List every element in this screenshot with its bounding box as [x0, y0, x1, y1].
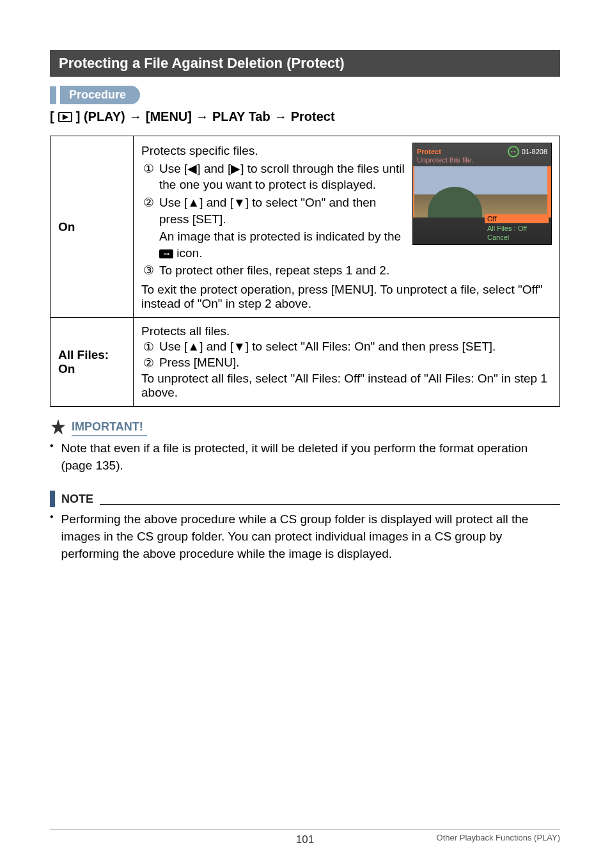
list-item: Performing the above procedure while a C… — [50, 511, 560, 562]
mini-menu-item: All Files : Off — [485, 224, 549, 233]
row0-intro: Protects specific files. — [141, 143, 406, 159]
note-list: Performing the above procedure while a C… — [50, 511, 560, 562]
row1-outro: To unprotect all files, select "All File… — [141, 372, 552, 400]
step: ③ To protect other files, repeat steps 1… — [141, 262, 406, 279]
row0-outro: To exit the protect operation, press [ME… — [141, 283, 552, 311]
mini-right-arrow — [547, 166, 551, 217]
step-text: To protect other files, repeat steps 1 a… — [159, 262, 406, 279]
important-label: IMPORTANT! — [72, 420, 147, 436]
mini-counter: 01-8208 — [522, 148, 547, 155]
protect-lock-icon: ⊶ — [159, 249, 173, 258]
section-header: Protecting a File Against Deletion (Prot… — [50, 50, 560, 77]
note-underline — [100, 504, 560, 505]
step-num — [141, 228, 155, 261]
mini-preview — [414, 166, 550, 217]
step-num: ① — [141, 161, 155, 193]
list-item: Note that even if a file is protected, i… — [50, 440, 560, 474]
table-row: On Protects specific files. ① Use [◀] an… — [51, 136, 560, 318]
important-list: Note that even if a file is protected, i… — [50, 440, 560, 474]
star-icon — [50, 420, 66, 436]
step: ① Use [◀] and [▶] to scroll through the … — [141, 161, 406, 193]
step-num: ② — [141, 194, 155, 227]
mini-menu-item: Off — [485, 214, 549, 223]
step: ② Use [▲] and [▼] to select "On" and the… — [141, 194, 406, 227]
options-table: On Protects specific files. ① Use [◀] an… — [50, 136, 560, 407]
mini-title: Protect — [417, 148, 441, 155]
note-marker — [50, 491, 55, 507]
mini-lock-icon: ⊶ — [508, 146, 519, 157]
step-text: Press [MENU]. — [159, 356, 552, 370]
step: ② Press [MENU]. — [141, 356, 552, 370]
arrow-icon: → — [274, 109, 287, 124]
breadcrumb: [ ▶ ] (PLAY) → [MENU] → PLAY Tab → Prote… — [50, 109, 560, 124]
svg-marker-0 — [52, 420, 65, 434]
section-title: Protecting a File Against Deletion (Prot… — [59, 55, 345, 71]
play-icon: ▶ — [58, 112, 72, 122]
step-text: Use [▲] and [▼] to select "All Files: On… — [159, 340, 552, 354]
note-label: NOTE — [61, 493, 93, 507]
note-text: Performing the above procedure while a C… — [61, 511, 560, 562]
row-content-all: Protects all files. ① Use [▲] and [▼] to… — [134, 318, 560, 407]
step: ① Use [▲] and [▼] to select "All Files: … — [141, 340, 552, 354]
step-text: Use [◀] and [▶] to scroll through the fi… — [159, 161, 406, 193]
row-label-on: On — [51, 136, 134, 318]
play-label: ] (PLAY) — [76, 109, 125, 124]
step-num: ③ — [141, 262, 155, 279]
tab-label: PLAY Tab — [212, 109, 270, 124]
procedure-pill: Procedure — [60, 86, 140, 104]
arrow-icon: → — [196, 109, 208, 124]
mini-menu-item: Cancel — [485, 233, 549, 242]
row-label-all: All Files: On — [51, 318, 134, 407]
mini-menu: Off All Files : Off Cancel — [485, 214, 549, 242]
step-num: ① — [141, 340, 155, 354]
protect-label: Protect — [291, 109, 335, 124]
important-text: Note that even if a file is protected, i… — [61, 440, 560, 474]
footer-section: Other Playback Functions (PLAY) — [437, 833, 560, 842]
bracket-open: [ — [50, 109, 54, 124]
step-text: Use [▲] and [▼] to select "On" and then … — [159, 194, 406, 227]
mini-subtitle: Unprotect this file. — [417, 156, 473, 164]
menu-label: [MENU] — [146, 109, 192, 124]
note-heading: NOTE — [50, 491, 560, 507]
step-num: ② — [141, 356, 155, 370]
arrow-icon: → — [129, 109, 142, 124]
step-text: An image that is protected is indicated … — [159, 228, 406, 261]
camera-screenshot: Protect ⊶ 01-8208 Unprotect this file. O… — [412, 143, 552, 245]
row-content-on: Protects specific files. ① Use [◀] and [… — [134, 136, 560, 318]
page-footer: 101 Other Playback Functions (PLAY) — [50, 829, 560, 846]
table-row: All Files: On Protects all files. ① Use … — [51, 318, 560, 407]
procedure-marker — [50, 86, 56, 104]
row1-intro: Protects all files. — [141, 324, 552, 338]
important-heading: IMPORTANT! — [50, 420, 560, 436]
procedure-label-row: Procedure — [50, 86, 560, 104]
step: An image that is protected is indicated … — [141, 228, 406, 261]
